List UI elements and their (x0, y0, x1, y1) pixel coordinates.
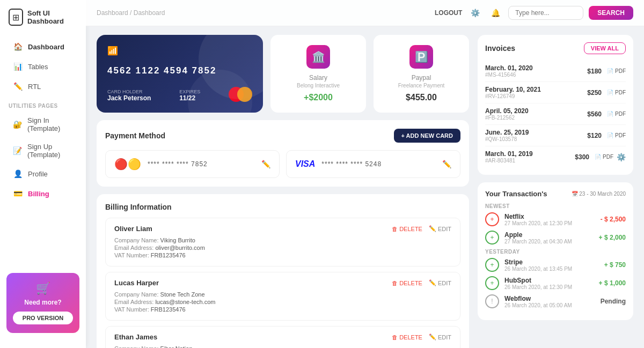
transactions-section: Your Transaction's 📅 23 - 30 March 2020 … (478, 182, 633, 320)
invoice-settings-icon[interactable]: ⚙️ (617, 153, 626, 161)
invoice-info-4: March. 01, 2019 #AR-803481 (485, 150, 575, 164)
sidebar-item-profile[interactable]: 👤 Profile (4, 164, 82, 183)
delete-button-0[interactable]: 🗑 DELETE (392, 225, 422, 232)
billing-info-title: Billing Information (105, 203, 460, 211)
sidebar-item-tables[interactable]: 📊 Tables (4, 57, 82, 76)
sidebar-item-rtl[interactable]: ✏️ RTL (4, 77, 82, 96)
dashboard-icon: 🏠 (13, 42, 23, 51)
sidebar-item-label: Tables (28, 63, 48, 71)
webflow-name: Webflow (504, 295, 595, 302)
billing-customer-name-2: Ethan James (114, 333, 157, 341)
invoice-id-4: #AR-803481 (485, 158, 575, 164)
billing-icon: 💳 (13, 189, 23, 198)
visa-edit-icon[interactable]: ✏️ (442, 160, 451, 168)
card-holder-name: Jack Peterson (107, 94, 151, 102)
stripe-amount: + $ 750 (604, 261, 626, 269)
billing-company-2: Company Name: Fiber Notion (114, 345, 451, 348)
sidebar-promo: 🛒 Need more? PRO VERSION (6, 273, 79, 333)
sidebar-section-label: UTILITIES PAGES (0, 97, 86, 111)
edit-button-0[interactable]: ✏️ EDIT (429, 225, 451, 232)
delete-button-1[interactable]: 🗑 DELETE (392, 279, 422, 286)
breadcrumb: Dashboard / Dashboard / DashboardDashboa… (97, 9, 428, 17)
view-all-button[interactable]: VIEW ALL (584, 42, 626, 54)
topbar-actions: LOGOUT ⚙️ 🔔 SEARCH (435, 5, 633, 20)
logout-button[interactable]: LOGOUT (435, 9, 462, 17)
apple-amount: + $ 2,000 (599, 234, 626, 241)
hubspot-name: HubSpot (504, 277, 594, 284)
search-button[interactable]: SEARCH (589, 6, 633, 20)
apple-info: Apple 27 March 2020, at 04:30 AM (504, 231, 594, 245)
logo-icon: ⊞ (9, 9, 23, 26)
billing-company-1: Company Name: Stone Tech Zone (114, 291, 451, 298)
signup-icon: 📝 (13, 146, 22, 156)
paypal-sublabel: Freelance Payment (398, 83, 445, 88)
sidebar-item-signin[interactable]: 🔐 Sign In (Template) (4, 112, 82, 137)
card-expires-info: Expires 11/22 (179, 89, 200, 102)
edit-button-1[interactable]: ✏️ EDIT (429, 279, 451, 286)
invoice-info-3: June. 25, 2019 #QW-103578 (485, 129, 587, 142)
expires-value: 11/22 (179, 94, 200, 102)
sidebar-item-dashboard[interactable]: 🏠 Dashboard (4, 37, 82, 56)
billing-info-section: Billing Information Oliver Liam 🗑 DELETE… (97, 194, 469, 348)
topbar: Dashboard / Dashboard / DashboardDashboa… (86, 0, 644, 26)
stripe-time: 26 March 2020, at 13:45 PM (504, 266, 599, 272)
hubspot-amount: + $ 1,000 (599, 279, 626, 287)
stripe-name: Stripe (504, 258, 599, 266)
sidebar-item-billing[interactable]: 💳 Billing (4, 184, 82, 203)
billing-item-0: Oliver Liam 🗑 DELETE ✏️ EDIT Company Nam… (105, 218, 460, 266)
invoice-info-0: March. 01, 2020 #MS-415646 (485, 64, 587, 78)
invoice-pdf-0[interactable]: 📄 PDF (607, 68, 626, 74)
signin-icon: 🔐 (13, 120, 22, 129)
invoice-pdf-4[interactable]: 📄 PDF (595, 154, 613, 160)
sidebar-item-label: RTL (28, 83, 41, 91)
mastercard-circle-yellow (237, 87, 252, 102)
invoice-pdf-3[interactable]: 📄 PDF (607, 132, 626, 138)
billing-vat-0: VAT Number: FRB1235476 (114, 252, 451, 258)
add-card-button[interactable]: + ADD NEW CARD (394, 129, 460, 143)
invoice-info-2: April. 05, 2020 #FB-212562 (485, 107, 587, 121)
rtl-icon: ✏️ (13, 82, 23, 91)
content-area: 📶 4562 1122 4594 7852 Card Holder Jack P… (86, 26, 644, 348)
stripe-icon: + (485, 258, 499, 272)
mastercard-logo-small: 🔴🟡 (114, 157, 141, 171)
notifications-icon[interactable]: 🔔 (488, 5, 503, 20)
invoice-item-2: April. 05, 2020 #FB-212562 $560 📄 PDF (485, 103, 626, 125)
search-input[interactable] (508, 6, 583, 20)
sidebar-item-label: Sign Up (Template) (27, 143, 73, 159)
mastercard-number: **** **** **** 7852 (148, 160, 255, 168)
invoice-date-0: March. 01, 2020 (485, 64, 587, 72)
invoice-amount-3: $120 (587, 132, 602, 139)
payment-method-title: Payment Method (105, 131, 165, 140)
hubspot-time: 26 March 2020, at 12:30 PM (504, 284, 594, 290)
pro-version-button[interactable]: PRO VERSION (13, 312, 73, 324)
hubspot-icon: + (485, 276, 499, 290)
sidebar-nav: 🏠 Dashboard 📊 Tables ✏️ RTL UTILITIES PA… (0, 36, 86, 266)
billing-company-0: Company Name: Viking Burrito (114, 237, 451, 243)
edit-button-2[interactable]: ✏️ EDIT (429, 334, 451, 340)
paypal-value: $455.00 (406, 93, 437, 102)
main-area: Dashboard / Dashboard / DashboardDashboa… (86, 0, 644, 348)
apple-icon: + (485, 231, 499, 245)
invoices-header: Invoices VIEW ALL (485, 42, 626, 54)
visa-logo: VISA (295, 159, 315, 169)
invoice-date-2: April. 05, 2020 (485, 107, 587, 115)
invoice-pdf-1[interactable]: 📄 PDF (607, 90, 626, 95)
payment-card-mastercard: 🔴🟡 **** **** **** 7852 ✏️ (105, 150, 280, 178)
invoice-info-1: February. 10, 2021 #RV-126749 (485, 86, 587, 99)
sidebar-item-label: Profile (28, 170, 48, 178)
sidebar-item-signup[interactable]: 📝 Sign Up (Template) (4, 138, 82, 164)
transactions-title: Your Transaction's (485, 190, 547, 198)
sidebar-item-label: Dashboard (28, 43, 64, 51)
invoice-date-4: March. 01, 2019 (485, 150, 575, 158)
invoice-pdf-2[interactable]: 📄 PDF (607, 111, 626, 117)
transactions-date-range: 📅 23 - 30 March 2020 (572, 191, 626, 197)
settings-icon[interactable]: ⚙️ (467, 5, 482, 20)
invoice-amount-2: $560 (587, 110, 602, 118)
payment-method-section: Payment Method + ADD NEW CARD 🔴🟡 **** **… (97, 120, 469, 187)
transaction-item-hubspot: + HubSpot 26 March 2020, at 12:30 PM + $… (485, 276, 626, 290)
newest-label: NEWEST (485, 203, 626, 209)
delete-button-2[interactable]: 🗑 DELETE (392, 334, 422, 340)
netflix-name: Netflix (504, 213, 595, 220)
mastercard-edit-icon[interactable]: ✏️ (261, 160, 270, 168)
billing-customer-name-1: Lucas Harper (114, 279, 159, 287)
